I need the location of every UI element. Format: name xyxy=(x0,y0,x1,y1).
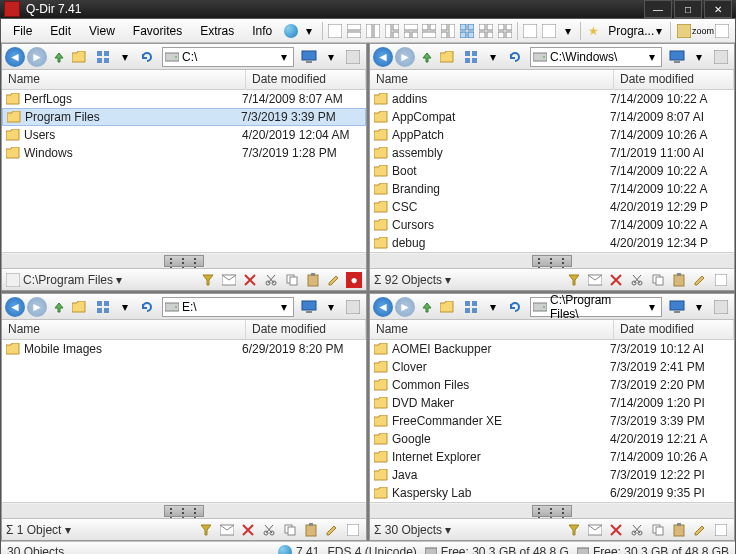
scrollbar-thumb[interactable]: ⋮⋮⋮ xyxy=(164,255,204,267)
record-button[interactable]: ● xyxy=(346,272,362,288)
nav-forward-button[interactable]: ► xyxy=(395,47,415,67)
cut-button[interactable] xyxy=(262,271,280,289)
nav-back-button[interactable]: ◄ xyxy=(373,297,393,317)
horizontal-scrollbar[interactable]: ⋮⋮⋮ xyxy=(370,502,734,518)
tool-icon-1[interactable] xyxy=(523,23,538,39)
file-row[interactable]: assembly 7/1/2019 11:00 AI xyxy=(370,144,734,162)
file-row[interactable]: Boot 7/14/2009 10:22 A xyxy=(370,162,734,180)
properties-button[interactable] xyxy=(712,271,730,289)
nav-forward-button[interactable]: ► xyxy=(27,297,47,317)
address-dropdown[interactable]: ▾ xyxy=(277,50,291,64)
delete-button[interactable] xyxy=(241,271,259,289)
nav-back-button[interactable]: ◄ xyxy=(5,47,25,67)
paste-button[interactable] xyxy=(670,521,688,539)
menu-info[interactable]: Info xyxy=(244,22,280,40)
scrollbar-thumb[interactable]: ⋮⋮⋮ xyxy=(532,505,572,517)
delete-button[interactable] xyxy=(239,521,257,539)
view-button[interactable] xyxy=(461,47,481,67)
filter-button[interactable] xyxy=(565,271,583,289)
col-name[interactable]: Name xyxy=(2,70,246,89)
extra-toolbar-button[interactable] xyxy=(711,297,731,317)
star-icon[interactable]: ★ xyxy=(586,23,601,39)
monitor-button[interactable] xyxy=(667,297,687,317)
file-row[interactable]: FreeCommander XE 7/3/2019 3:39 PM xyxy=(370,412,734,430)
layout-4c-icon[interactable] xyxy=(497,23,512,39)
folder-button[interactable] xyxy=(71,297,91,317)
view-dropdown[interactable]: ▾ xyxy=(483,297,503,317)
properties-button[interactable] xyxy=(712,521,730,539)
file-row[interactable]: addins 7/14/2009 10:22 A xyxy=(370,90,734,108)
col-date[interactable]: Date modified xyxy=(246,70,366,89)
filter-icon[interactable]: ▾ xyxy=(561,23,576,39)
status-text[interactable]: Σ 1 Object ▾ xyxy=(6,523,71,537)
horizontal-scrollbar[interactable]: ⋮⋮⋮ xyxy=(370,252,734,268)
col-date[interactable]: Date modified xyxy=(246,320,366,339)
layout-1-icon[interactable] xyxy=(328,23,343,39)
extra-toolbar-button[interactable] xyxy=(343,297,363,317)
mail-button[interactable] xyxy=(218,521,236,539)
file-row[interactable]: AOMEI Backupper 7/3/2019 10:12 AI xyxy=(370,340,734,358)
menu-extras[interactable]: Extras xyxy=(192,22,242,40)
file-list[interactable]: PerfLogs 7/14/2009 8:07 AM Program Files… xyxy=(2,90,366,252)
globe-icon[interactable] xyxy=(283,23,298,39)
address-bar[interactable]: C:\ ▾ xyxy=(162,47,294,67)
file-row[interactable]: Windows 7/3/2019 1:28 PM xyxy=(2,144,366,162)
dropdown-icon[interactable]: ▾ xyxy=(302,23,317,39)
horizontal-scrollbar[interactable]: ⋮⋮⋮ xyxy=(2,502,366,518)
mail-button[interactable] xyxy=(220,271,238,289)
maximize-button[interactable]: □ xyxy=(674,0,702,18)
monitor-dropdown[interactable]: ▾ xyxy=(689,297,709,317)
view-button[interactable] xyxy=(461,297,481,317)
layout-3b-icon[interactable] xyxy=(403,23,418,39)
monitor-dropdown[interactable]: ▾ xyxy=(321,297,341,317)
scrollbar-thumb[interactable]: ⋮⋮⋮ xyxy=(164,505,204,517)
file-list[interactable]: AOMEI Backupper 7/3/2019 10:12 AI Clover… xyxy=(370,340,734,502)
up-button[interactable] xyxy=(417,47,437,67)
extra-icon[interactable] xyxy=(715,23,730,39)
paste-button[interactable] xyxy=(670,271,688,289)
nav-forward-button[interactable]: ► xyxy=(395,297,415,317)
edit-button[interactable] xyxy=(323,521,341,539)
properties-button[interactable] xyxy=(344,521,362,539)
folder-button[interactable] xyxy=(71,47,91,67)
file-row[interactable]: Java 7/3/2019 12:22 PI xyxy=(370,466,734,484)
address-bar[interactable]: E:\ ▾ xyxy=(162,297,294,317)
cut-button[interactable] xyxy=(628,521,646,539)
col-name[interactable]: Name xyxy=(370,70,614,89)
view-button[interactable] xyxy=(93,47,113,67)
view-dropdown[interactable]: ▾ xyxy=(115,297,135,317)
file-row[interactable]: Google 4/20/2019 12:21 A xyxy=(370,430,734,448)
delete-button[interactable] xyxy=(607,521,625,539)
monitor-button[interactable] xyxy=(299,297,319,317)
copy-button[interactable] xyxy=(281,521,299,539)
refresh-button[interactable] xyxy=(505,47,525,67)
programs-menu[interactable]: Progra...▾ xyxy=(604,22,666,40)
minimize-button[interactable]: — xyxy=(644,0,672,18)
delete-button[interactable] xyxy=(607,271,625,289)
nav-back-button[interactable]: ◄ xyxy=(373,47,393,67)
refresh-button[interactable] xyxy=(505,297,525,317)
status-text[interactable]: Σ 92 Objects ▾ xyxy=(374,273,451,287)
refresh-button[interactable] xyxy=(137,297,157,317)
scrollbar-thumb[interactable]: ⋮⋮⋮ xyxy=(532,255,572,267)
monitor-button[interactable] xyxy=(299,47,319,67)
file-row[interactable]: Common Files 7/3/2019 2:20 PM xyxy=(370,376,734,394)
titlebar[interactable]: Q-Dir 7.41 — □ ✕ xyxy=(0,0,736,18)
tool-icon-2[interactable] xyxy=(542,23,557,39)
extra-toolbar-button[interactable] xyxy=(711,47,731,67)
menu-file[interactable]: File xyxy=(5,22,40,40)
layout-3d-icon[interactable] xyxy=(441,23,456,39)
copy-button[interactable] xyxy=(283,271,301,289)
address-dropdown[interactable]: ▾ xyxy=(277,300,291,314)
monitor-button[interactable] xyxy=(667,47,687,67)
file-row[interactable]: Users 4/20/2019 12:04 AM xyxy=(2,126,366,144)
copy-button[interactable] xyxy=(649,521,667,539)
file-row[interactable]: AppPatch 7/14/2009 10:26 A xyxy=(370,126,734,144)
mail-button[interactable] xyxy=(586,521,604,539)
address-bar[interactable]: C:\Program Files\ ▾ xyxy=(530,297,662,317)
up-button[interactable] xyxy=(49,297,69,317)
menu-view[interactable]: View xyxy=(81,22,123,40)
edit-button[interactable] xyxy=(691,271,709,289)
close-button[interactable]: ✕ xyxy=(704,0,732,18)
col-name[interactable]: Name xyxy=(370,320,614,339)
